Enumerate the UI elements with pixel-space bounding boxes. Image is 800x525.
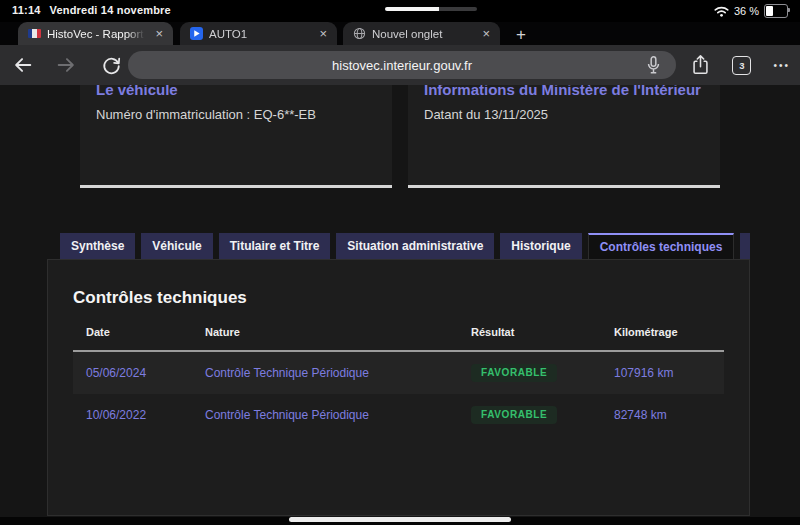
tab-count-badge: 3 <box>732 56 751 75</box>
battery-tip <box>788 8 790 12</box>
page-tab-titulaire-et-titre[interactable]: Titulaire et Titre <box>219 233 331 259</box>
status-time: 11:14 <box>12 4 41 16</box>
table-header-row: DateNatureRésultatKilométrage <box>73 326 724 352</box>
browser-tab-title: AUTO1 <box>209 28 311 40</box>
overflow-menu-icon[interactable]: ••• <box>773 60 790 71</box>
new-tab-button[interactable]: + <box>512 26 530 43</box>
cell-nature: Contrôle Technique Périodique <box>192 366 458 380</box>
reload-button[interactable] <box>96 50 126 80</box>
column-header: Nature <box>192 326 458 338</box>
cell-kilometrage: 107916 km <box>601 366 724 380</box>
toolbar-right-cluster: 3 ••• <box>691 45 790 85</box>
controles-table: DateNatureRésultatKilométrage 05/06/2024… <box>73 326 724 436</box>
progress-track-segment <box>439 7 477 11</box>
cell-date: 10/06/2022 <box>73 408 192 422</box>
address-bar[interactable]: histovec.interieur.gouv.fr <box>128 51 676 79</box>
browser-tab-strip: HistoVec - Rapport vend×AUTO1×Nouvel ong… <box>0 22 800 45</box>
ct-table-body: 05/06/2024Contrôle Technique PériodiqueF… <box>73 352 724 436</box>
wifi-icon <box>714 6 729 17</box>
status-badge: FAVORABLE <box>471 364 557 382</box>
table-row: 10/06/2022Contrôle Technique PériodiqueF… <box>73 394 724 436</box>
status-date: Vendredi 14 novembre <box>50 4 171 16</box>
status-bar: 11:14Vendredi 14 novembre 36 % <box>0 0 800 22</box>
status-right-cluster: 36 % <box>714 4 788 18</box>
ministry-card-title: Informations du Ministère de l'Intérieur <box>424 85 704 99</box>
ministry-card-body: Datant du 13/11/2025 <box>424 107 704 122</box>
section-title: Contrôles techniques <box>73 288 724 308</box>
page-tab-list: SynthèseVéhiculeTitulaire et TitreSituat… <box>60 233 750 259</box>
url-text: histovec.interieur.gouv.fr <box>332 58 472 73</box>
battery-fill <box>766 6 773 16</box>
cell-kilometrage: 82748 km <box>601 408 724 422</box>
page-tab-vehicule[interactable]: Véhicule <box>141 233 212 259</box>
browser-tab[interactable]: Nouvel onglet× <box>343 22 500 45</box>
home-indicator[interactable] <box>289 517 511 522</box>
ministry-info-card: Informations du Ministère de l'Intérieur… <box>408 85 720 188</box>
web-page-content: Le véhicule Numéro d'immatriculation : E… <box>0 85 800 517</box>
table-row: 05/06/2024Contrôle Technique PériodiqueF… <box>73 352 724 394</box>
browser-toolbar: histovec.interieur.gouv.fr 3 ••• <box>0 45 800 85</box>
forward-button[interactable] <box>51 50 81 80</box>
tab-switcher-button[interactable]: 3 <box>732 56 751 75</box>
browser-tab-title: Nouvel onglet <box>372 28 474 40</box>
cell-nature: Contrôle Technique Périodique <box>192 408 458 422</box>
cell-date: 05/06/2024 <box>73 366 192 380</box>
microphone-icon[interactable] <box>641 55 666 76</box>
globe-favicon-icon <box>353 27 366 40</box>
page-tab-controles-techniques[interactable]: Contrôles techniques <box>588 233 735 259</box>
page-tab-kilometrage[interactable]: Kilométrage <box>740 233 750 259</box>
column-header: Résultat <box>458 326 601 338</box>
column-header: Date <box>73 326 192 338</box>
status-time-date: 11:14Vendredi 14 novembre <box>12 4 171 16</box>
tab-close-icon[interactable]: × <box>480 27 492 40</box>
vehicle-card-body: Numéro d'immatriculation : EQ-6**-EB <box>96 107 376 122</box>
column-header: Kilométrage <box>601 326 724 338</box>
auto1-favicon-icon <box>190 27 203 40</box>
browser-tab[interactable]: HistoVec - Rapport vend× <box>18 22 173 45</box>
share-icon[interactable] <box>691 54 710 76</box>
status-badge: FAVORABLE <box>471 406 557 424</box>
tab-close-icon[interactable]: × <box>317 27 329 40</box>
ipad-screen: 11:14Vendredi 14 novembre 36 % HistoVec <box>0 0 800 525</box>
back-button[interactable] <box>8 50 38 80</box>
page-tab-synthese[interactable]: Synthèse <box>60 233 135 259</box>
page-tab-situation-administrative[interactable]: Situation administrative <box>336 233 494 259</box>
battery-percent-label: 36 % <box>734 5 759 17</box>
french-flag-favicon-icon <box>28 29 41 38</box>
controles-techniques-panel: Contrôles techniques DateNatureRésultatK… <box>47 259 750 516</box>
status-progress-indicator <box>385 7 477 11</box>
summary-cards-row: Le véhicule Numéro d'immatriculation : E… <box>80 85 720 188</box>
browser-tab[interactable]: AUTO1× <box>180 22 337 45</box>
vehicle-card: Le véhicule Numéro d'immatriculation : E… <box>80 85 392 188</box>
vehicle-card-title: Le véhicule <box>96 85 376 99</box>
progress-filled-segment <box>385 7 439 11</box>
page-tab-historique[interactable]: Historique <box>500 233 581 259</box>
tab-close-icon[interactable]: × <box>153 27 165 40</box>
battery-icon <box>764 4 788 18</box>
browser-tab-title: HistoVec - Rapport vend <box>47 28 147 40</box>
